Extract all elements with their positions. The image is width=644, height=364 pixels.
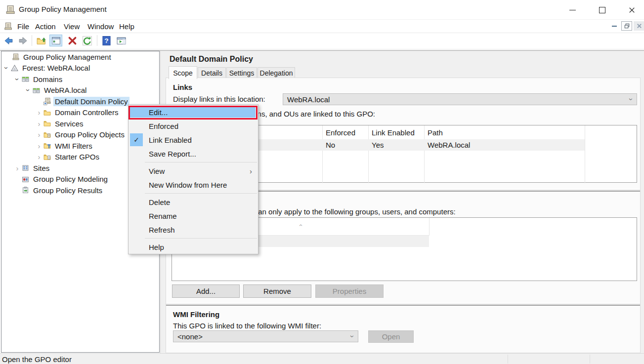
links-section-title: Links <box>173 83 192 91</box>
add-button[interactable]: Add... <box>172 284 240 298</box>
forward-button[interactable] <box>16 35 29 46</box>
show-console-tree-icon <box>51 36 61 46</box>
context-menu-item-link-enabled[interactable]: ✓Link Enabled <box>129 133 258 147</box>
console-root-icon <box>11 53 20 61</box>
context-menu-item-label: View <box>149 167 165 175</box>
column-header-link-enabled[interactable]: Link Enabled <box>368 125 424 139</box>
menu-separator <box>145 162 257 162</box>
show-console-tree-button[interactable] <box>49 35 62 46</box>
results-icon <box>21 186 30 194</box>
context-menu-item-label: Delete <box>149 198 170 206</box>
wmi-filter-dropdown[interactable]: <none> › <box>173 330 358 342</box>
menu-separator <box>145 193 257 194</box>
status-separator <box>508 355 508 364</box>
context-menu-item-label: Rename <box>149 212 177 220</box>
open-button: Open <box>368 330 414 343</box>
submenu-arrow-icon: › <box>250 167 252 175</box>
refresh-button[interactable] <box>81 35 93 46</box>
menu-window[interactable]: Window <box>83 20 118 33</box>
location-dropdown[interactable]: WebRA.local › <box>283 93 637 105</box>
chevron-collapsed-icon[interactable]: › <box>36 120 42 128</box>
context-menu-item-label: Edit... <box>149 108 168 117</box>
delete-icon <box>67 36 78 46</box>
maximize-button[interactable] <box>591 0 613 20</box>
section-divider <box>166 302 640 306</box>
column-header-path[interactable]: Path <box>424 125 585 139</box>
chevron-expanded-icon[interactable]: › <box>2 65 11 71</box>
back-icon <box>3 36 14 46</box>
gpo-link-icon <box>43 97 52 105</box>
menu-view[interactable]: View <box>59 20 84 33</box>
tree-item-label: Group Policy Modeling <box>32 174 109 184</box>
context-menu-item-help[interactable]: Help <box>129 240 258 254</box>
chevron-expanded-icon[interactable]: › <box>24 87 33 93</box>
chevron-collapsed-icon[interactable]: › <box>36 142 42 150</box>
tab-delegation[interactable]: Delegation <box>258 67 295 79</box>
menu-separator <box>145 238 257 239</box>
chevron-expanded-icon[interactable]: › <box>13 76 22 82</box>
context-menu-item-new-window-from-here[interactable]: New Window from Here <box>129 178 258 192</box>
chevron-collapsed-icon[interactable]: › <box>14 164 20 172</box>
window-title: Group Policy Management <box>19 5 107 13</box>
tree-item-domains[interactable]: ›Domains <box>1 74 159 85</box>
checkmark-icon: ✓ <box>130 133 143 146</box>
child-close-button[interactable] <box>634 21 644 31</box>
tree-item-label: Services <box>53 119 85 128</box>
context-menu-item-label: New Window from Here <box>149 181 227 189</box>
action-pane-icon <box>116 36 127 46</box>
context-menu-item-rename[interactable]: Rename <box>129 209 258 223</box>
menu-action[interactable]: Action <box>31 20 60 33</box>
tab-scope[interactable]: Scope <box>169 66 197 79</box>
forest-icon <box>10 64 19 72</box>
toolbar-separator <box>97 35 97 46</box>
tree-item-webra-local[interactable]: ›WebRA.local <box>1 85 159 96</box>
wmi-filtering-title: WMI Filtering <box>173 310 219 319</box>
chevron-collapsed-icon[interactable]: › <box>36 153 42 161</box>
gpo-title: Default Domain Policy <box>170 55 253 64</box>
remove-button[interactable]: Remove <box>243 284 311 298</box>
export-list-button[interactable] <box>35 35 47 46</box>
tree-item-label: WMI Filters <box>53 141 94 151</box>
context-menu-item-refresh[interactable]: Refresh <box>129 223 258 237</box>
tree-item-label: Group Policy Objects <box>53 130 126 139</box>
context-menu-item-enforced[interactable]: Enforced <box>129 119 258 133</box>
context-menu-item-label: Link Enabled <box>149 136 192 144</box>
back-button[interactable] <box>2 35 15 46</box>
delete-button[interactable] <box>66 35 79 46</box>
context-menu-item-delete[interactable]: Delete <box>129 195 258 209</box>
minimize-button[interactable] <box>561 0 584 20</box>
close-button[interactable] <box>620 0 643 20</box>
ou-folder-icon <box>43 120 52 127</box>
action-pane-button[interactable] <box>115 35 128 46</box>
context-menu-item-save-report-[interactable]: Save Report... <box>129 147 258 161</box>
child-minimize-button[interactable] <box>609 21 620 31</box>
help-button[interactable] <box>100 35 113 46</box>
tree-item-group-policy-management[interactable]: ›Group Policy Management <box>1 51 159 63</box>
tab-details[interactable]: Details <box>198 67 226 79</box>
context-menu-item-label: Refresh <box>149 226 175 234</box>
tree-item-label: WebRA.local <box>43 85 88 95</box>
context-menu-item-view[interactable]: View› <box>129 164 258 178</box>
sites-icon <box>21 164 30 172</box>
tree-item-forest-webra-local[interactable]: ›Forest: WebRA.local <box>1 63 159 74</box>
menu-help[interactable]: Help <box>115 20 139 33</box>
tree-item-label: Default Domain Policy <box>53 97 129 106</box>
tree-item-label: Starter GPOs <box>53 152 101 162</box>
child-restore-button[interactable] <box>621 21 632 31</box>
status-bar: Open the GPO editor <box>0 353 644 364</box>
status-text: Open the GPO editor <box>2 355 72 364</box>
context-menu-item-edit-[interactable]: Edit... <box>129 105 258 119</box>
chevron-collapsed-icon[interactable]: › <box>36 130 42 139</box>
column-header-enforced[interactable]: Enforced <box>322 125 368 139</box>
forward-icon <box>18 36 28 46</box>
chevron-collapsed-icon[interactable]: › <box>36 108 42 117</box>
chevron-down-icon: › <box>349 335 357 338</box>
context-menu-item-label: Save Report... <box>149 150 196 158</box>
tree-item-label: Group Policy Results <box>32 186 104 195</box>
context-menu: Edit...Enforced✓Link EnabledSave Report.… <box>128 104 258 254</box>
properties-button: Properties <box>315 284 384 298</box>
child-restore-icon <box>623 22 631 30</box>
maximize-icon <box>599 7 605 13</box>
tab-settings[interactable]: Settings <box>226 67 257 79</box>
console-icon <box>3 22 12 32</box>
